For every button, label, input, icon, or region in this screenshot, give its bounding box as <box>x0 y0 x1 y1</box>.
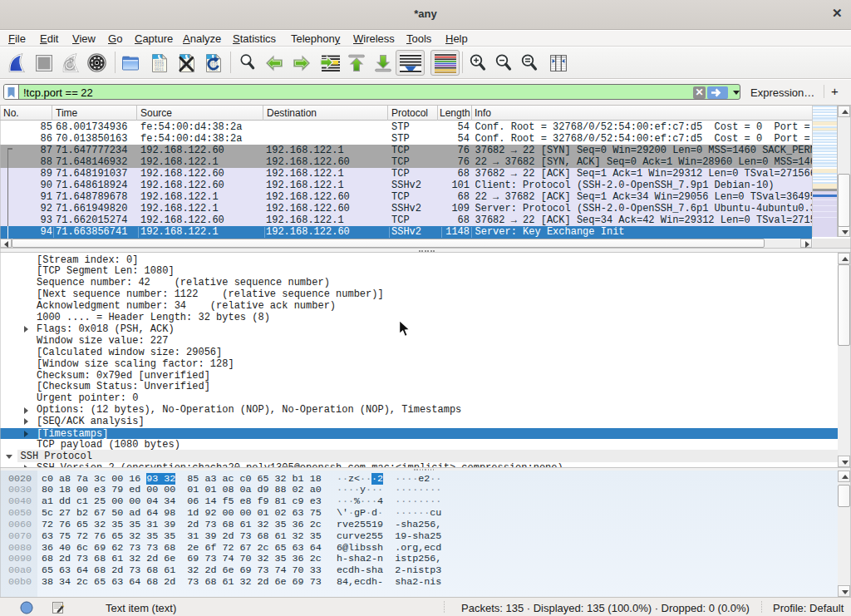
svg-text:0011: 0011 <box>155 67 164 71</box>
